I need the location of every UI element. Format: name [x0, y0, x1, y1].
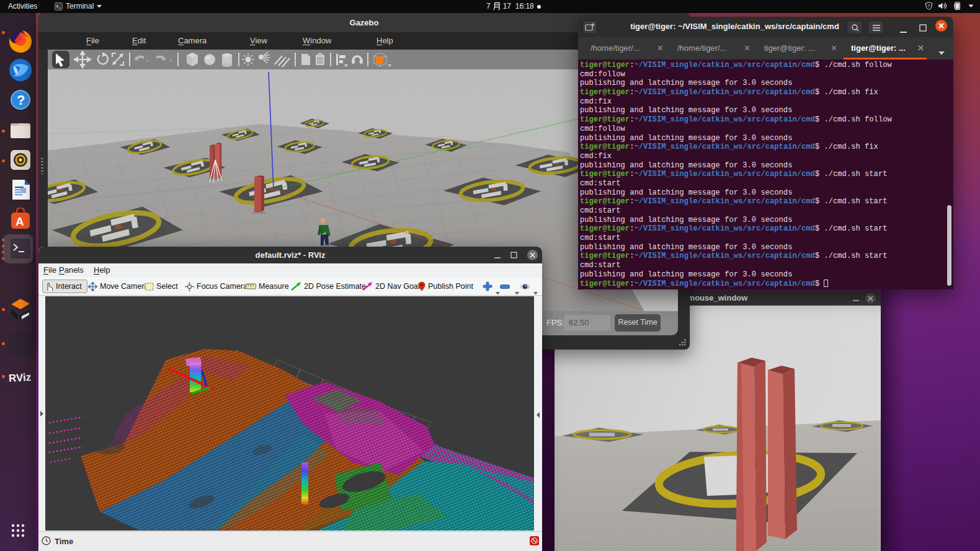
svg-text:A: A — [16, 215, 24, 228]
svg-text:RViz: RViz — [9, 371, 32, 384]
svg-text:?: ? — [17, 92, 25, 108]
svg-text:?: ? — [927, 3, 930, 9]
